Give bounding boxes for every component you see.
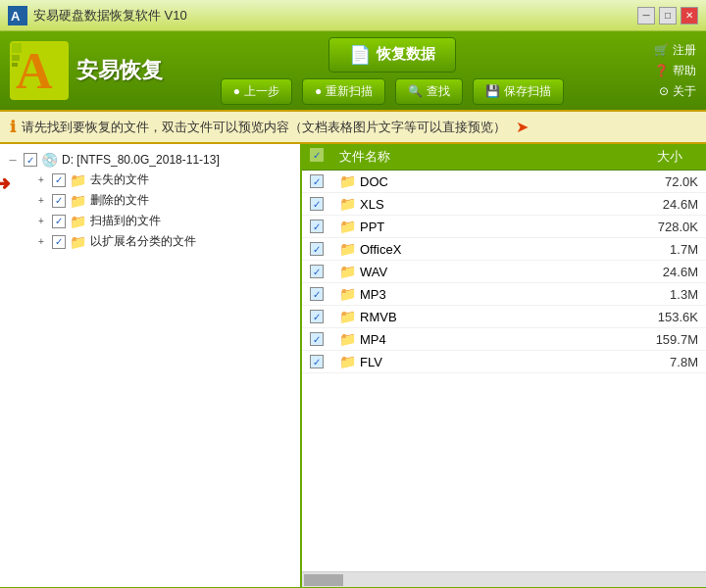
- logo-area: A 安易恢复: [10, 41, 167, 100]
- close-button[interactable]: ✕: [681, 7, 698, 24]
- row-checkbox-7[interactable]: ✓: [310, 332, 324, 346]
- row-checkbox-2[interactable]: ✓: [310, 220, 324, 233]
- folder-icon-1: 📁: [70, 172, 86, 188]
- minimize-button[interactable]: ─: [637, 7, 655, 24]
- expand-icon-1[interactable]: +: [34, 173, 48, 187]
- row-size-1: 24.6M: [620, 197, 698, 212]
- back-icon: ●: [233, 84, 240, 98]
- header: A 安易恢复 📄 恢复数据 ● 上一步 ● 重新扫描 🔍 查找: [0, 31, 706, 110]
- tree-child-group: + 📁 去失的文件 + 📁 删除的文件 + 📁: [15, 170, 198, 252]
- checkbox-byext[interactable]: [52, 235, 66, 249]
- titlebar: A 安易硬盘数据恢复软件 V10 ─ □ ✕: [0, 0, 706, 31]
- table-row[interactable]: ✓ 📁MP4 159.7M: [302, 328, 706, 351]
- file-table-body[interactable]: ✓ 📁DOC 72.0K ✓ 📁XLS 24.6M ✓ 📁PPT 728.0K …: [302, 171, 706, 571]
- expand-icon-3[interactable]: +: [34, 215, 48, 228]
- folder-icon-row-3: 📁: [339, 241, 356, 257]
- checkbox-deleted[interactable]: [52, 194, 66, 208]
- logo-text: 安易恢复: [76, 56, 163, 85]
- header-name-col: 文件名称: [339, 148, 604, 166]
- table-row[interactable]: ✓ 📁XLS 24.6M: [302, 193, 706, 216]
- recover-button[interactable]: 📄 恢复数据: [328, 37, 456, 73]
- help-label: 帮助: [673, 63, 696, 79]
- table-row[interactable]: ✓ 📁PPT 728.0K: [302, 216, 706, 238]
- row-checkbox-8[interactable]: ✓: [310, 355, 324, 368]
- row-checkbox-6[interactable]: ✓: [310, 310, 324, 323]
- folder-icon-4: 📁: [70, 234, 86, 250]
- rescan-button[interactable]: ● 重新扫描: [302, 78, 385, 105]
- tree-panel[interactable]: ─ 💿 D: [NTFS_80.0G_2018-11-13] ➜ + 📁 去失的…: [0, 144, 302, 587]
- about-button[interactable]: ⊙ 关于: [659, 83, 696, 100]
- row-checkbox-1[interactable]: ✓: [310, 197, 324, 211]
- back-label: 上一步: [244, 83, 279, 100]
- checkbox-scanned[interactable]: [52, 215, 66, 228]
- row-checkbox-4[interactable]: ✓: [310, 265, 324, 278]
- checkbox-lost[interactable]: [52, 173, 66, 187]
- toolbar-right: 🛒 注册 ❓ 帮助 ⊙ 关于: [618, 42, 696, 100]
- table-row[interactable]: ✓ 📁MP3 1.3M: [302, 283, 706, 306]
- svg-rect-5: [12, 55, 20, 61]
- row-checkbox-5[interactable]: ✓: [310, 287, 324, 301]
- expand-icon-2[interactable]: +: [34, 194, 48, 208]
- window-title: 安易硬盘数据恢复软件 V10: [33, 7, 637, 24]
- header-checkbox[interactable]: ✓: [310, 148, 324, 162]
- tree-item-lost[interactable]: + 📁 去失的文件: [32, 170, 198, 190]
- row-checkbox-0[interactable]: ✓: [310, 174, 324, 188]
- tree-item-deleted[interactable]: + 📁 删除的文件: [32, 190, 198, 211]
- svg-rect-6: [12, 63, 18, 67]
- row-size-8: 7.8M: [620, 355, 698, 369]
- folder-icon-row-5: 📁: [339, 286, 356, 302]
- infobar-text: 请先找到要恢复的文件，双击文件可以预览内容（文档表格图片文字等可以直接预览）: [22, 119, 506, 136]
- window-controls: ─ □ ✕: [637, 7, 698, 24]
- register-button[interactable]: 🛒 注册: [654, 42, 696, 59]
- tree-root-checkbox[interactable]: [24, 153, 37, 167]
- header-size-col: 大小: [604, 148, 682, 166]
- save-icon: 💾: [485, 84, 500, 98]
- find-label: 查找: [427, 83, 450, 100]
- cart-icon: 🛒: [654, 43, 669, 57]
- label-lost: 去失的文件: [90, 172, 149, 188]
- app-icon: A: [8, 6, 27, 25]
- about-icon: ⊙: [659, 84, 669, 98]
- expand-icon-4[interactable]: +: [34, 235, 48, 249]
- table-row[interactable]: ✓ 📁WAV 24.6M: [302, 261, 706, 283]
- row-checkbox-3[interactable]: ✓: [310, 242, 324, 256]
- tree-item-byext[interactable]: + 📁 以扩展名分类的文件: [32, 231, 198, 252]
- tree-root[interactable]: ─ 💿 D: [NTFS_80.0G_2018-11-13]: [4, 150, 296, 170]
- label-scanned: 扫描到的文件: [90, 213, 161, 229]
- row-name-3: OfficeX: [360, 242, 401, 257]
- folder-icon-row-0: 📁: [339, 173, 356, 189]
- table-row[interactable]: ✓ 📁DOC 72.0K: [302, 171, 706, 193]
- folder-icon-row-1: 📁: [339, 196, 356, 212]
- row-size-3: 1.7M: [620, 242, 698, 257]
- header-scroll-col: [682, 148, 698, 166]
- row-size-4: 24.6M: [620, 265, 698, 279]
- recover-label: 恢复数据: [377, 45, 435, 64]
- tree-item-scanned[interactable]: + 📁 扫描到的文件: [32, 211, 198, 231]
- infobar: ℹ 请先找到要恢复的文件，双击文件可以预览内容（文档表格图片文字等可以直接预览）…: [0, 110, 706, 144]
- label-byext: 以扩展名分类的文件: [90, 233, 196, 250]
- label-deleted: 删除的文件: [90, 192, 149, 209]
- recover-icon: 📄: [349, 44, 371, 66]
- help-button[interactable]: ❓ 帮助: [654, 63, 696, 79]
- rescan-icon: ●: [315, 84, 322, 98]
- row-name-1: XLS: [360, 197, 384, 212]
- folder-icon-3: 📁: [70, 214, 86, 229]
- row-name-6: RMVB: [360, 310, 397, 324]
- back-button[interactable]: ● 上一步: [221, 78, 292, 105]
- svg-text:A: A: [11, 9, 21, 24]
- row-name-2: PPT: [360, 220, 384, 234]
- info-arrow-icon: ➤: [516, 118, 529, 136]
- header-check-col: ✓: [310, 148, 339, 166]
- table-row[interactable]: ✓ 📁OfficeX 1.7M: [302, 238, 706, 261]
- horizontal-scrollbar[interactable]: [302, 571, 706, 587]
- help-icon: ❓: [654, 64, 669, 77]
- maximize-button[interactable]: □: [659, 7, 677, 24]
- tree-arrow-icon: ➜: [0, 172, 11, 195]
- table-row[interactable]: ✓ 📁FLV 7.8M: [302, 351, 706, 373]
- find-button[interactable]: 🔍 查找: [395, 78, 463, 105]
- scrollbar-thumb[interactable]: [304, 574, 343, 586]
- reg-label: 注册: [673, 42, 696, 59]
- table-row[interactable]: ✓ 📁RMVB 153.6K: [302, 306, 706, 328]
- tree-collapse-icon[interactable]: ─: [6, 153, 20, 167]
- save-button[interactable]: 💾 保存扫描: [473, 78, 564, 105]
